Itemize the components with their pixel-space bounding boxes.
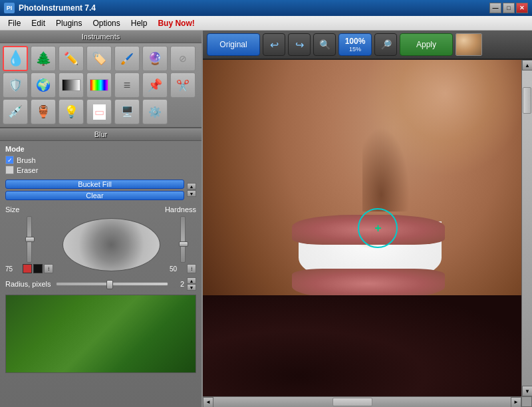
hardness-slider-area: 50 ⁞ [170,216,196,273]
zoom-out-btn[interactable]: 🔍 [313,33,336,56]
hardness-slider-thumb[interactable] [179,241,188,247]
close-button[interactable]: ✕ [516,3,528,13]
background-color-box[interactable] [33,264,43,273]
tool-scissors[interactable]: ✂️ [170,72,196,98]
tool-bulb[interactable]: 💡 [59,99,84,124]
v-scroll-track[interactable] [522,70,532,407]
upper-lip [292,215,445,245]
photo-area[interactable]: + ▲ ▼ ◄ ► [203,60,532,407]
menu-bar: File Edit Plugins Options Help Buy Now! [0,16,532,31]
instruments-grid: 💧 🌲 ✏️ 🏷️ 🖌️ 🔮 ⊘ [0,43,201,127]
v-scroll-thumb[interactable] [523,87,531,114]
tool-vase[interactable]: 🏺 [31,99,56,124]
original-button[interactable]: Original [207,33,260,56]
photo-thumbnail[interactable] [456,33,482,56]
tool-gear[interactable]: ⚙️ [142,99,168,124]
undo-icon: ↩ [270,39,279,51]
mode-scroll: ▲ ▼ [187,183,196,197]
tool-pin[interactable]: 📌 [142,72,168,98]
face-highlight [331,60,521,228]
scroll-right-arrow[interactable]: ► [511,397,521,408]
top-toolbar: Original ↩ ↪ 🔍 100% 15% 🔎 Apply [203,31,532,60]
tool-tree[interactable]: 🌲 [31,46,56,71]
tool-pencil[interactable]: ✏️ [59,46,84,71]
tool-rainbow[interactable] [86,72,112,98]
maximize-button[interactable]: □ [503,3,515,13]
sliders-section: Size Hardness 75 [5,205,196,273]
tool-gradient[interactable] [59,72,84,98]
horizontal-scrollbar[interactable]: ◄ ► [203,396,521,407]
eraser-checkbox[interactable] [5,166,14,174]
zoom-level: 15% [349,46,361,53]
app-icon: PI [4,3,15,13]
vertical-scrollbar[interactable]: ▲ ▼ [521,60,532,396]
redo-button[interactable]: ↪ [288,33,311,56]
sliders-header: Size Hardness [5,205,196,213]
minimize-button[interactable]: — [489,3,501,13]
app-title: PhotoInstrument 7.4 [19,3,489,13]
radius-slider[interactable] [56,282,168,286]
tool-water-drop[interactable]: 💧 [3,46,28,71]
menu-plugins[interactable]: Plugins [51,17,87,29]
radius-up-btn[interactable]: ▲ [187,277,196,284]
scroll-up-btn[interactable]: ▲ [187,183,196,190]
radius-down-btn[interactable]: ▼ [187,284,196,291]
blur-preview [63,218,160,271]
hardness-spinner[interactable]: ⁞ [187,264,196,273]
scrollbar-corner [521,396,532,407]
scroll-down-btn[interactable]: ▼ [187,190,196,197]
tool-eraser[interactable]: ▭ [86,99,112,124]
menu-help[interactable]: Help [126,17,153,29]
h-scroll-track[interactable] [213,397,511,407]
scroll-down-arrow[interactable]: ▼ [522,386,532,396]
radius-label: Radius, pixels [5,280,53,288]
hardness-label: Hardness [165,205,196,213]
hardness-slider-track[interactable] [180,216,186,263]
tool-screen[interactable]: 🖥️ [114,99,140,124]
apply-button[interactable]: Apply [400,33,453,56]
undo-button[interactable]: ↩ [263,33,285,56]
tool-wand[interactable]: 🔮 [142,46,168,71]
size-value-row: 75 ⁞ [5,264,53,273]
radius-spinner: ▲ ▼ [187,277,196,291]
blur-content: Mode Brush Eraser Bucket Fill Clea [0,141,201,380]
blur-header: Blur [0,128,201,141]
size-slider-track[interactable] [27,216,32,263]
foreground-color-box[interactable] [23,264,32,273]
tool-brush[interactable]: 🖌️ [114,46,140,71]
instruments-header: Instruments [0,31,201,43]
eraser-option[interactable]: Eraser [5,166,196,174]
eraser-label: Eraser [17,166,38,174]
zoom-in-icon: 🔎 [380,39,392,50]
bucket-fill-button[interactable]: Bucket Fill [5,180,184,189]
scroll-left-arrow[interactable]: ◄ [203,397,213,408]
clear-button[interactable]: Clear [5,191,184,200]
buttons-row: Bucket Fill Clear ▲ ▼ [5,180,196,200]
tool-globe[interactable]: 🌍 [31,72,56,98]
brush-option[interactable]: Brush [5,156,196,164]
tool-tube[interactable]: 💉 [3,99,28,124]
size-slider-thumb[interactable] [25,237,35,242]
h-scroll-thumb[interactable] [332,398,372,406]
radius-row: Radius, pixels 2 ▲ ▼ [5,277,196,291]
brush-checkbox[interactable] [5,156,14,164]
size-spinner[interactable]: ⁞ [44,264,53,273]
mode-label: Mode [5,145,196,153]
tool-lines[interactable]: ≡ [114,72,140,98]
scroll-up-arrow[interactable]: ▲ [522,60,532,70]
nose-shadow [362,127,410,211]
menu-options[interactable]: Options [87,17,125,29]
zoom-display: 100% 15% [338,33,372,56]
radius-thumb[interactable] [106,280,113,289]
menu-edit[interactable]: Edit [26,17,51,29]
blur-section: Blur Mode Brush Eraser [0,128,201,407]
tool-blank1[interactable]: ⊘ [170,46,196,71]
menu-buy-now[interactable]: Buy Now! [152,17,200,29]
zoom-in-btn[interactable]: 🔎 [374,33,397,56]
tool-stamp[interactable]: 🏷️ [86,46,112,71]
tool-shield[interactable]: 🛡️ [3,72,28,98]
size-value: 75 [5,265,21,273]
hair-bottom [203,295,521,396]
radius-value: 2 [171,280,184,288]
menu-file[interactable]: File [3,17,26,29]
